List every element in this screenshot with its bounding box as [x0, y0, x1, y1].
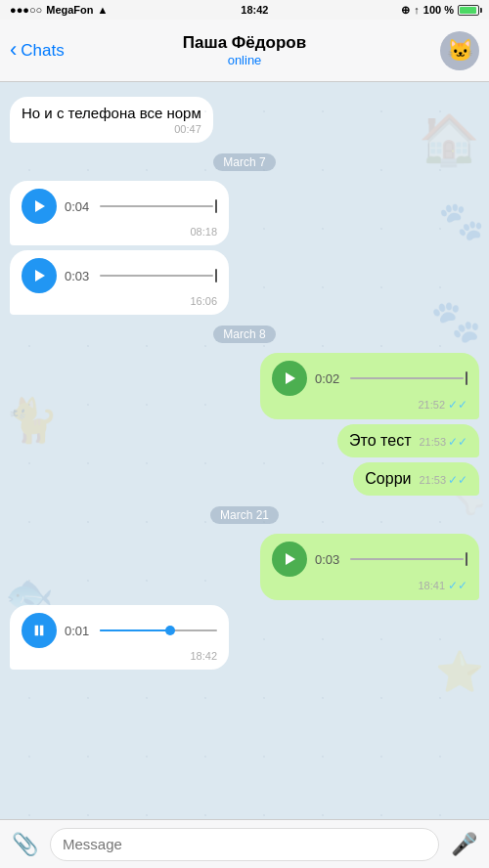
message-input[interactable]: [50, 828, 439, 861]
carrier-label: MegaFon: [46, 4, 93, 16]
message-row: 0:03 16:06: [10, 250, 479, 315]
play-button[interactable]: [22, 258, 57, 293]
message-text: Это тест: [349, 432, 411, 450]
message-time-inline: 21:53 ✓✓: [419, 435, 467, 449]
time-value: 00:47: [174, 123, 201, 135]
time-value: 21:52: [418, 399, 445, 411]
attach-button[interactable]: 📎: [8, 828, 42, 861]
nav-bar: ‹ Chats Паша Фёдоров online 🐱: [0, 20, 489, 82]
voice-message: 0:03: [272, 542, 467, 577]
play-button[interactable]: [272, 361, 307, 396]
back-label: Chats: [21, 41, 64, 61]
location-icon: ⊕: [401, 4, 410, 17]
message-time-inline: 21:53 ✓✓: [419, 473, 467, 487]
text-bubble-outgoing: Сорри 21:53 ✓✓: [353, 462, 479, 496]
play-button[interactable]: [272, 542, 307, 577]
voice-message: 0:04: [22, 189, 217, 224]
message-text: Но и с телефона все норм: [22, 105, 201, 121]
wifi-icon: ▲: [98, 4, 109, 16]
play-icon: [31, 268, 47, 283]
waveform: [100, 196, 217, 216]
voice-bubble-playing: 0:01 18:42: [10, 605, 229, 670]
back-chevron-icon: ‹: [10, 39, 17, 61]
message-time: 00:47: [22, 123, 201, 135]
time-value: 18:41: [418, 580, 445, 591]
waveform-line: [350, 377, 464, 379]
pause-icon: [32, 624, 46, 637]
message-time: 18:41 ✓✓: [272, 579, 467, 592]
signal-dots: ●●●○○: [10, 4, 42, 16]
play-icon: [31, 198, 47, 214]
progress-thumb: [165, 626, 175, 635]
chat-area: 🏠 🐾 🐾 🐈 🦴 🐟 ⭐ Но и с телефона все норм 0…: [0, 82, 489, 819]
incoming-text-bubble: Но и с телефона все норм 00:47: [10, 97, 213, 143]
status-right: ⊕ ↑ 100 %: [401, 4, 479, 17]
message-row: Это тест 21:53 ✓✓: [10, 424, 479, 457]
voice-bubble: 0:04 08:18: [10, 181, 229, 245]
read-receipts: ✓✓: [448, 473, 467, 487]
progress-fill: [100, 629, 170, 631]
text-bubble-outgoing: Это тест 21:53 ✓✓: [337, 424, 479, 457]
message-time: 21:52 ✓✓: [272, 398, 467, 412]
time-value: 08:18: [190, 226, 217, 238]
contact-name: Паша Фёдоров: [183, 33, 306, 53]
message-row: Но и с телефона все норм 00:47: [10, 97, 479, 143]
back-button[interactable]: ‹ Chats: [10, 41, 65, 61]
message-time: 18:42: [22, 650, 217, 662]
svg-rect-5: [40, 626, 44, 636]
svg-marker-2: [286, 372, 295, 384]
waveform-line: [100, 205, 213, 207]
svg-marker-3: [286, 553, 295, 565]
online-status: online: [183, 53, 306, 67]
message-time: 08:18: [22, 226, 217, 238]
date-label: March 7: [213, 153, 275, 171]
message-row: 0:04 08:18: [10, 181, 479, 245]
waveform: [350, 369, 467, 388]
message-row: Сорри 21:53 ✓✓: [10, 462, 479, 496]
contact-avatar[interactable]: 🐱: [440, 31, 479, 70]
play-button[interactable]: [22, 189, 57, 224]
mic-button[interactable]: 🎤: [447, 828, 481, 861]
message-row: 0:02 21:52 ✓✓: [10, 353, 479, 419]
time-label: 18:42: [241, 4, 268, 16]
waveform-line: [350, 558, 464, 560]
voice-duration: 0:03: [65, 269, 92, 283]
attach-icon: 📎: [12, 832, 38, 856]
waveform-cursor: [466, 552, 467, 566]
time-value: 18:42: [190, 650, 217, 662]
read-receipts: ✓✓: [448, 435, 467, 449]
play-icon: [282, 370, 297, 386]
waveform-line: [100, 275, 213, 277]
date-separator: March 21: [10, 505, 479, 524]
voice-duration: 0:04: [65, 199, 92, 214]
voice-bubble: 0:03 16:06: [10, 250, 229, 315]
voice-message: 0:02: [272, 361, 467, 396]
voice-bubble-outgoing: 0:03 18:41 ✓✓: [260, 534, 479, 600]
battery-fill: [460, 7, 476, 14]
battery-icon: [458, 5, 479, 16]
read-receipts: ✓✓: [448, 579, 467, 592]
message-row: 0:03 18:41 ✓✓: [10, 534, 479, 600]
time-value: 16:06: [190, 295, 217, 307]
text-message: Это тест 21:53 ✓✓: [349, 432, 467, 450]
progress-bar[interactable]: [100, 629, 217, 631]
date-separator: March 8: [10, 325, 479, 343]
read-receipts: ✓✓: [448, 398, 467, 412]
voice-bubble-outgoing: 0:02 21:52 ✓✓: [260, 353, 479, 419]
text-message: Сорри 21:53 ✓✓: [365, 470, 467, 488]
voice-duration: 0:01: [65, 624, 92, 638]
waveform-cursor: [466, 371, 467, 385]
message-time: 16:06: [22, 295, 217, 307]
nav-center: Паша Фёдоров online: [183, 33, 306, 67]
voice-message-playing: 0:01: [22, 613, 217, 648]
waveform: [100, 266, 217, 285]
voice-duration: 0:03: [315, 552, 342, 567]
date-separator: March 7: [10, 152, 479, 171]
battery-label: 100 %: [423, 4, 454, 16]
input-bar: 📎 🎤: [0, 819, 489, 868]
message-row: 0:01 18:42: [10, 605, 479, 670]
location-arrow: ↑: [414, 4, 420, 16]
waveform-cursor: [215, 269, 217, 282]
date-label: March 8: [213, 326, 275, 343]
pause-button[interactable]: [22, 613, 57, 648]
